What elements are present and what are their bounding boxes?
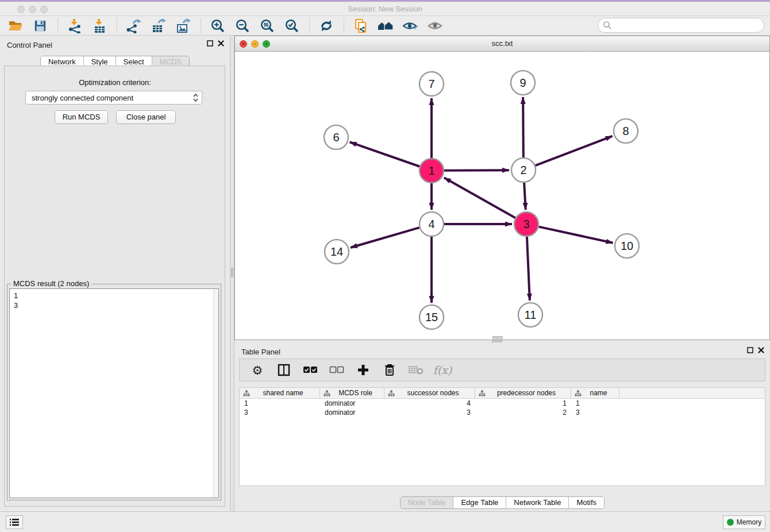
function-builder-icon[interactable]: f(x)	[435, 363, 450, 377]
tab-node-table[interactable]: Node Table	[401, 497, 454, 508]
node-11[interactable]: 11	[518, 303, 542, 327]
table-cell[interactable]: 3	[240, 408, 320, 417]
memory-button[interactable]: Memory	[723, 515, 765, 529]
node-1[interactable]: 1	[419, 159, 444, 183]
node-8[interactable]: 8	[614, 119, 638, 143]
task-history-button[interactable]	[6, 515, 23, 529]
export-table-icon[interactable]	[149, 17, 168, 34]
add-column-icon[interactable]	[356, 363, 371, 377]
network-window-titlebar: × − + scc.txt	[235, 36, 769, 52]
tab-edge-table[interactable]: Edge Table	[453, 497, 506, 508]
splitter-handle[interactable]	[231, 268, 233, 277]
tab-motifs[interactable]: Motifs	[569, 497, 604, 508]
export-network-icon[interactable]	[124, 17, 144, 34]
close-table-panel-icon[interactable]	[758, 347, 764, 353]
hierarchy-icon	[388, 390, 395, 396]
close-panel-button[interactable]: Close panel	[116, 110, 176, 124]
table-cell[interactable]: 2	[475, 408, 571, 417]
result-line: 1	[14, 291, 218, 300]
hierarchy-icon	[324, 390, 330, 396]
close-window-button[interactable]	[17, 6, 25, 13]
open-folder-icon[interactable]	[6, 17, 25, 34]
edge-3-10[interactable]	[538, 227, 613, 243]
table-cell[interactable]: 4	[384, 399, 475, 408]
table-cell[interactable]: dominator	[320, 408, 384, 417]
search-input[interactable]	[612, 20, 764, 31]
mcds-result-textarea[interactable]: 13	[9, 288, 219, 498]
edge-2-3[interactable]	[524, 183, 526, 210]
zoom-selected-icon[interactable]	[282, 17, 302, 34]
minimize-window-button[interactable]	[29, 6, 36, 13]
control-panel: Control Panel NetworkStyleSelectMCDS Opt…	[0, 36, 230, 511]
home-view-icon[interactable]	[376, 17, 395, 34]
node-3[interactable]: 3	[514, 212, 538, 236]
delete-table-icon[interactable]	[409, 363, 424, 377]
column-header-shared-name[interactable]: shared name	[240, 388, 320, 398]
table-cell[interactable]: dominator	[320, 399, 384, 408]
node-label: 2	[520, 164, 526, 176]
dropdown-stepper-icon	[193, 93, 198, 102]
search-field[interactable]	[598, 18, 764, 33]
vertical-splitter[interactable]	[230, 36, 234, 511]
tab-network-table[interactable]: Network Table	[506, 497, 569, 508]
node-15[interactable]: 15	[419, 305, 444, 329]
export-image-icon[interactable]	[174, 17, 193, 34]
column-header-predecessor-nodes[interactable]: predecessor nodes	[475, 388, 571, 398]
table-cell[interactable]: 3	[384, 408, 475, 417]
edge-3-11[interactable]	[527, 237, 530, 300]
table-cell[interactable]: 1	[571, 399, 619, 408]
maximize-network-button[interactable]: +	[263, 40, 270, 48]
hide-graphics-details-icon[interactable]	[401, 17, 420, 34]
import-network-icon[interactable]	[65, 17, 84, 34]
table-cell[interactable]: 1	[240, 399, 320, 408]
copy-network-icon[interactable]	[351, 17, 371, 34]
network-canvas[interactable]: 7968124314101511	[235, 52, 769, 340]
edge-3-1[interactable]	[444, 178, 515, 218]
criterion-dropdown[interactable]: strongly connected component	[25, 91, 202, 105]
edge-1-2[interactable]	[444, 170, 509, 171]
node-4[interactable]: 4	[419, 212, 444, 236]
column-header-MCDS-role[interactable]: MCDS role	[320, 388, 384, 398]
app-titlebar: Session: New Session	[0, 2, 770, 16]
zoom-window-button[interactable]	[40, 6, 48, 13]
table-row[interactable]: 3dominator323	[240, 408, 765, 417]
refresh-icon[interactable]	[317, 17, 336, 34]
zoom-out-icon[interactable]	[233, 17, 252, 34]
node-14[interactable]: 14	[325, 240, 349, 264]
table-cell[interactable]: 3	[571, 408, 619, 417]
settings-gear-icon[interactable]: ⚙	[250, 363, 265, 377]
node-6[interactable]: 6	[324, 125, 348, 149]
close-panel-icon[interactable]	[218, 40, 224, 47]
float-panel-icon[interactable]	[207, 40, 213, 47]
table-row[interactable]: 1dominator411	[240, 399, 765, 408]
edge-2-9[interactable]	[523, 97, 523, 157]
zoom-fit-icon[interactable]	[257, 17, 277, 34]
deselect-all-checkboxes-icon[interactable]	[329, 363, 344, 377]
edge-1-6[interactable]	[350, 142, 420, 166]
minimize-network-button[interactable]: −	[251, 40, 259, 48]
table-cell[interactable]: 1	[475, 399, 571, 408]
node-7[interactable]: 7	[419, 72, 444, 96]
column-header-successor-nodes[interactable]: successor nodes	[384, 388, 475, 398]
toolbar-separator	[344, 18, 344, 33]
result-scrollbar[interactable]	[213, 289, 218, 498]
node-9[interactable]: 9	[511, 71, 535, 95]
delete-column-icon[interactable]	[382, 363, 397, 377]
canvas-scroll-handle[interactable]	[492, 336, 503, 339]
column-header-name[interactable]: name	[571, 388, 619, 398]
edge-4-14[interactable]	[351, 228, 419, 248]
select-all-checkboxes-icon[interactable]	[303, 363, 318, 377]
close-network-button[interactable]: ×	[240, 40, 247, 48]
run-mcds-button[interactable]: Run MCDS	[55, 110, 108, 124]
node-10[interactable]: 10	[615, 234, 639, 258]
import-table-icon[interactable]	[90, 17, 109, 34]
show-column-icon[interactable]	[276, 363, 291, 377]
show-graphics-details-icon[interactable]	[425, 17, 445, 34]
save-icon[interactable]	[30, 17, 50, 34]
edge-2-8[interactable]	[536, 136, 613, 165]
float-table-panel-icon[interactable]	[747, 347, 753, 353]
node-table[interactable]: shared nameMCDS rolesuccessor nodesprede…	[239, 387, 765, 486]
node-2[interactable]: 2	[511, 158, 536, 182]
zoom-in-icon[interactable]	[208, 17, 228, 34]
mcds-result-groupbox: MCDS result (2 nodes) 13	[7, 284, 221, 500]
